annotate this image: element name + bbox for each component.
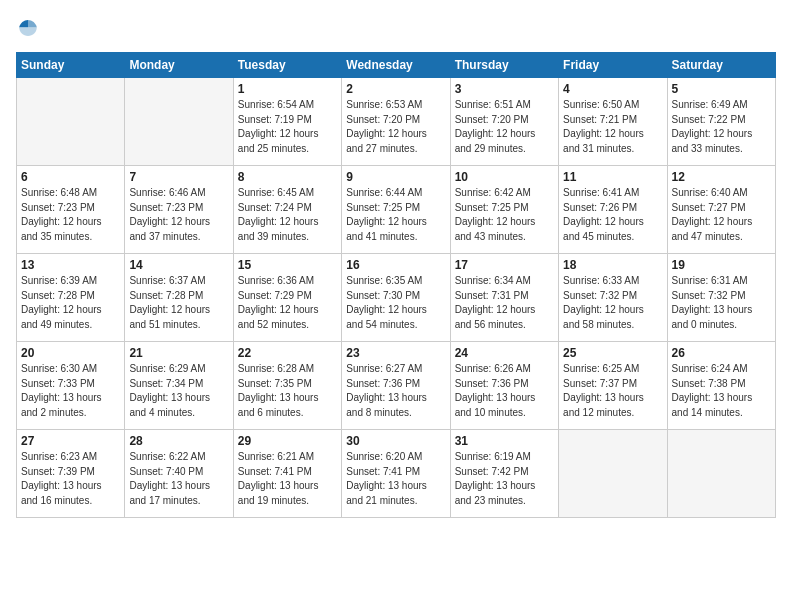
calendar-cell xyxy=(559,430,667,518)
day-detail: Sunrise: 6:24 AM Sunset: 7:38 PM Dayligh… xyxy=(672,362,771,420)
day-detail: Sunrise: 6:51 AM Sunset: 7:20 PM Dayligh… xyxy=(455,98,554,156)
logo-icon xyxy=(16,16,40,40)
day-detail: Sunrise: 6:41 AM Sunset: 7:26 PM Dayligh… xyxy=(563,186,662,244)
day-detail: Sunrise: 6:35 AM Sunset: 7:30 PM Dayligh… xyxy=(346,274,445,332)
day-number: 2 xyxy=(346,82,445,96)
day-detail: Sunrise: 6:27 AM Sunset: 7:36 PM Dayligh… xyxy=(346,362,445,420)
day-number: 17 xyxy=(455,258,554,272)
calendar-cell: 1Sunrise: 6:54 AM Sunset: 7:19 PM Daylig… xyxy=(233,78,341,166)
day-number: 13 xyxy=(21,258,120,272)
week-row-2: 6Sunrise: 6:48 AM Sunset: 7:23 PM Daylig… xyxy=(17,166,776,254)
calendar-cell: 28Sunrise: 6:22 AM Sunset: 7:40 PM Dayli… xyxy=(125,430,233,518)
day-number: 16 xyxy=(346,258,445,272)
logo xyxy=(16,16,44,40)
day-detail: Sunrise: 6:50 AM Sunset: 7:21 PM Dayligh… xyxy=(563,98,662,156)
day-detail: Sunrise: 6:33 AM Sunset: 7:32 PM Dayligh… xyxy=(563,274,662,332)
calendar-cell xyxy=(667,430,775,518)
day-number: 1 xyxy=(238,82,337,96)
weekday-header-friday: Friday xyxy=(559,53,667,78)
day-detail: Sunrise: 6:25 AM Sunset: 7:37 PM Dayligh… xyxy=(563,362,662,420)
day-number: 23 xyxy=(346,346,445,360)
calendar-cell: 3Sunrise: 6:51 AM Sunset: 7:20 PM Daylig… xyxy=(450,78,558,166)
day-number: 21 xyxy=(129,346,228,360)
day-number: 11 xyxy=(563,170,662,184)
day-number: 9 xyxy=(346,170,445,184)
day-detail: Sunrise: 6:28 AM Sunset: 7:35 PM Dayligh… xyxy=(238,362,337,420)
calendar-cell: 22Sunrise: 6:28 AM Sunset: 7:35 PM Dayli… xyxy=(233,342,341,430)
page-header xyxy=(16,16,776,40)
day-detail: Sunrise: 6:29 AM Sunset: 7:34 PM Dayligh… xyxy=(129,362,228,420)
calendar-cell: 12Sunrise: 6:40 AM Sunset: 7:27 PM Dayli… xyxy=(667,166,775,254)
calendar-cell: 7Sunrise: 6:46 AM Sunset: 7:23 PM Daylig… xyxy=(125,166,233,254)
calendar-cell: 24Sunrise: 6:26 AM Sunset: 7:36 PM Dayli… xyxy=(450,342,558,430)
calendar-cell: 11Sunrise: 6:41 AM Sunset: 7:26 PM Dayli… xyxy=(559,166,667,254)
weekday-header-monday: Monday xyxy=(125,53,233,78)
day-number: 3 xyxy=(455,82,554,96)
day-number: 14 xyxy=(129,258,228,272)
day-number: 31 xyxy=(455,434,554,448)
calendar-cell: 9Sunrise: 6:44 AM Sunset: 7:25 PM Daylig… xyxy=(342,166,450,254)
calendar-cell: 26Sunrise: 6:24 AM Sunset: 7:38 PM Dayli… xyxy=(667,342,775,430)
day-detail: Sunrise: 6:19 AM Sunset: 7:42 PM Dayligh… xyxy=(455,450,554,508)
day-detail: Sunrise: 6:20 AM Sunset: 7:41 PM Dayligh… xyxy=(346,450,445,508)
day-detail: Sunrise: 6:54 AM Sunset: 7:19 PM Dayligh… xyxy=(238,98,337,156)
day-number: 25 xyxy=(563,346,662,360)
day-number: 22 xyxy=(238,346,337,360)
day-number: 19 xyxy=(672,258,771,272)
week-row-4: 20Sunrise: 6:30 AM Sunset: 7:33 PM Dayli… xyxy=(17,342,776,430)
day-detail: Sunrise: 6:42 AM Sunset: 7:25 PM Dayligh… xyxy=(455,186,554,244)
weekday-header-thursday: Thursday xyxy=(450,53,558,78)
day-detail: Sunrise: 6:26 AM Sunset: 7:36 PM Dayligh… xyxy=(455,362,554,420)
day-detail: Sunrise: 6:45 AM Sunset: 7:24 PM Dayligh… xyxy=(238,186,337,244)
week-row-1: 1Sunrise: 6:54 AM Sunset: 7:19 PM Daylig… xyxy=(17,78,776,166)
day-detail: Sunrise: 6:44 AM Sunset: 7:25 PM Dayligh… xyxy=(346,186,445,244)
calendar-cell: 2Sunrise: 6:53 AM Sunset: 7:20 PM Daylig… xyxy=(342,78,450,166)
calendar-cell: 13Sunrise: 6:39 AM Sunset: 7:28 PM Dayli… xyxy=(17,254,125,342)
day-number: 12 xyxy=(672,170,771,184)
day-detail: Sunrise: 6:30 AM Sunset: 7:33 PM Dayligh… xyxy=(21,362,120,420)
weekday-header-row: SundayMondayTuesdayWednesdayThursdayFrid… xyxy=(17,53,776,78)
calendar-cell: 19Sunrise: 6:31 AM Sunset: 7:32 PM Dayli… xyxy=(667,254,775,342)
weekday-header-saturday: Saturday xyxy=(667,53,775,78)
calendar-cell: 20Sunrise: 6:30 AM Sunset: 7:33 PM Dayli… xyxy=(17,342,125,430)
day-number: 10 xyxy=(455,170,554,184)
calendar-cell: 21Sunrise: 6:29 AM Sunset: 7:34 PM Dayli… xyxy=(125,342,233,430)
day-number: 15 xyxy=(238,258,337,272)
day-detail: Sunrise: 6:21 AM Sunset: 7:41 PM Dayligh… xyxy=(238,450,337,508)
day-number: 8 xyxy=(238,170,337,184)
day-number: 26 xyxy=(672,346,771,360)
day-detail: Sunrise: 6:36 AM Sunset: 7:29 PM Dayligh… xyxy=(238,274,337,332)
day-number: 18 xyxy=(563,258,662,272)
day-detail: Sunrise: 6:49 AM Sunset: 7:22 PM Dayligh… xyxy=(672,98,771,156)
calendar-cell: 23Sunrise: 6:27 AM Sunset: 7:36 PM Dayli… xyxy=(342,342,450,430)
day-number: 20 xyxy=(21,346,120,360)
weekday-header-sunday: Sunday xyxy=(17,53,125,78)
day-number: 30 xyxy=(346,434,445,448)
week-row-3: 13Sunrise: 6:39 AM Sunset: 7:28 PM Dayli… xyxy=(17,254,776,342)
calendar-cell: 18Sunrise: 6:33 AM Sunset: 7:32 PM Dayli… xyxy=(559,254,667,342)
day-detail: Sunrise: 6:22 AM Sunset: 7:40 PM Dayligh… xyxy=(129,450,228,508)
weekday-header-tuesday: Tuesday xyxy=(233,53,341,78)
day-number: 5 xyxy=(672,82,771,96)
calendar-cell xyxy=(17,78,125,166)
day-number: 29 xyxy=(238,434,337,448)
day-detail: Sunrise: 6:34 AM Sunset: 7:31 PM Dayligh… xyxy=(455,274,554,332)
day-number: 28 xyxy=(129,434,228,448)
calendar-cell: 4Sunrise: 6:50 AM Sunset: 7:21 PM Daylig… xyxy=(559,78,667,166)
calendar-cell: 30Sunrise: 6:20 AM Sunset: 7:41 PM Dayli… xyxy=(342,430,450,518)
day-number: 24 xyxy=(455,346,554,360)
day-number: 27 xyxy=(21,434,120,448)
day-detail: Sunrise: 6:40 AM Sunset: 7:27 PM Dayligh… xyxy=(672,186,771,244)
calendar-cell: 31Sunrise: 6:19 AM Sunset: 7:42 PM Dayli… xyxy=(450,430,558,518)
day-detail: Sunrise: 6:39 AM Sunset: 7:28 PM Dayligh… xyxy=(21,274,120,332)
day-number: 6 xyxy=(21,170,120,184)
day-detail: Sunrise: 6:31 AM Sunset: 7:32 PM Dayligh… xyxy=(672,274,771,332)
calendar-cell: 16Sunrise: 6:35 AM Sunset: 7:30 PM Dayli… xyxy=(342,254,450,342)
day-number: 7 xyxy=(129,170,228,184)
day-detail: Sunrise: 6:48 AM Sunset: 7:23 PM Dayligh… xyxy=(21,186,120,244)
calendar-cell xyxy=(125,78,233,166)
day-number: 4 xyxy=(563,82,662,96)
calendar-cell: 10Sunrise: 6:42 AM Sunset: 7:25 PM Dayli… xyxy=(450,166,558,254)
calendar-cell: 29Sunrise: 6:21 AM Sunset: 7:41 PM Dayli… xyxy=(233,430,341,518)
calendar-cell: 15Sunrise: 6:36 AM Sunset: 7:29 PM Dayli… xyxy=(233,254,341,342)
